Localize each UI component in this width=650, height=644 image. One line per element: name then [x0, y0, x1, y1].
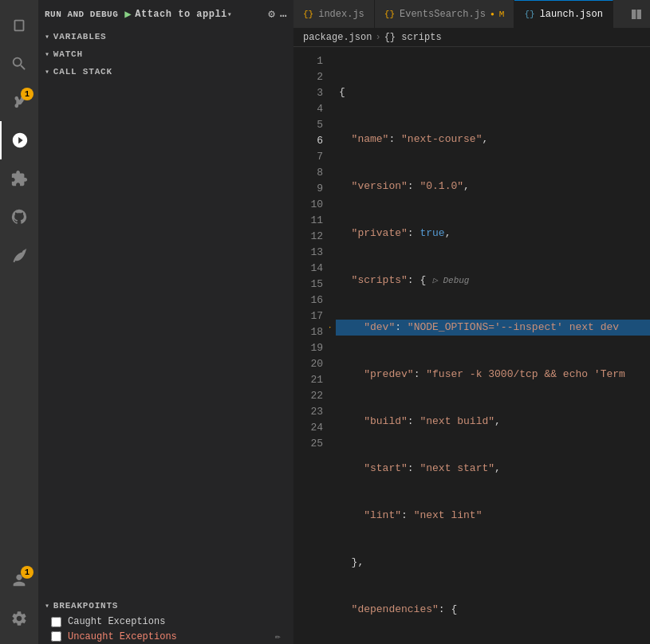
variables-section: ▾ VARIABLES — [38, 28, 293, 45]
variables-label: VARIABLES — [53, 32, 107, 41]
extensions-icon[interactable] — [0, 159, 38, 198]
gear-icon[interactable]: ⚙ — [268, 7, 275, 21]
run-debug-icon[interactable] — [0, 121, 38, 159]
line-num-23: 23 — [293, 404, 323, 420]
watch-header[interactable]: ▾ WATCH — [38, 45, 293, 63]
code-line-10: "lint": "next lint" — [336, 508, 650, 524]
debug-arrow-icon: ▶ — [329, 320, 331, 336]
run-debug-topbar: RUN AND DEBUG ▶ Attach to appli ▾ ⚙ … — [38, 0, 293, 28]
tab-index-js-label: index.js — [318, 9, 364, 20]
settings-icon[interactable] — [0, 599, 38, 638]
code-line-8: "build": "next build", — [336, 414, 650, 430]
code-line-7: "predev": "fuser -k 3000/tcp && echo 'Te… — [336, 367, 650, 383]
line-num-21: 21 — [293, 372, 323, 388]
tab-index-js[interactable]: {} index.js — [293, 0, 375, 28]
account-icon[interactable]: 1 — [0, 561, 38, 599]
split-editor-icon[interactable] — [622, 0, 650, 28]
editor-area: {} index.js {} EventsSearch.js ● M {} la… — [293, 0, 650, 644]
code-line-1: { — [336, 84, 650, 100]
line-num-14: 14 — [293, 261, 323, 277]
account-badge: 1 — [21, 566, 33, 579]
call-stack-chevron: ▾ — [45, 67, 50, 77]
code-line-4: "private": true, — [336, 226, 650, 242]
line-num-3: 3 — [293, 85, 323, 101]
code-line-6: ▶ "dev": "NODE_OPTIONS='--inspect' next … — [336, 320, 650, 336]
uncaught-exceptions-label: Uncaught Exceptions — [68, 631, 177, 642]
line-num-15: 15 — [293, 277, 323, 293]
sidebar-spacer — [38, 80, 293, 597]
call-stack-label: CALL STACK — [53, 67, 112, 77]
sidebar: RUN AND DEBUG ▶ Attach to appli ▾ ⚙ … ▾ … — [38, 0, 293, 644]
github-icon[interactable] — [0, 198, 38, 236]
source-control-badge: 1 — [21, 88, 33, 100]
activity-bar: 1 1 — [0, 0, 38, 644]
breakpoint-edit-icon[interactable]: ✏ — [275, 630, 281, 642]
line-num-24: 24 — [293, 420, 323, 436]
line-num-8: 8 — [293, 165, 323, 181]
variables-chevron: ▾ — [45, 32, 50, 41]
line-num-7: 7 — [293, 149, 323, 165]
line-num-13: 13 — [293, 245, 323, 261]
line-num-20: 20 — [293, 356, 323, 372]
code-content[interactable]: { "name": "next-course", "version": "0.1… — [329, 47, 650, 644]
line-num-22: 22 — [293, 388, 323, 404]
breadcrumb-sep1: › — [375, 32, 380, 43]
inline-debug: ▷ Debug — [432, 274, 469, 288]
play-button[interactable]: ▶ — [124, 7, 132, 21]
breadcrumb: package.json › {} scripts — [293, 28, 650, 47]
line-num-19: 19 — [293, 340, 323, 356]
code-editor: 1 2 3 4 5 6 7 8 9 10 11 12 13 14 15 16 1… — [293, 47, 650, 644]
tab-launch-json[interactable]: {} launch.json — [514, 0, 613, 28]
modified-label: M — [499, 10, 505, 19]
line-num-18: 18 — [293, 324, 323, 340]
line-num-2: 2 — [293, 69, 323, 85]
code-line-12: "dependencies": { — [336, 602, 650, 618]
source-control-icon[interactable]: 1 — [0, 83, 38, 121]
topbar-icons: ⚙ … — [268, 7, 287, 21]
search-icon[interactable] — [0, 45, 38, 83]
watch-label: WATCH — [53, 49, 83, 59]
line-num-11: 11 — [293, 213, 323, 229]
tab-events-search-js[interactable]: {} EventsSearch.js ● M — [375, 0, 515, 28]
line-num-4: 4 — [293, 101, 323, 117]
line-num-12: 12 — [293, 229, 323, 245]
call-stack-section: ▾ CALL STACK — [38, 63, 293, 80]
line-num-6: 6 — [293, 133, 323, 149]
caught-exceptions-checkbox[interactable] — [51, 617, 61, 627]
index-js-icon: {} — [303, 10, 313, 19]
tab-events-search-label: EventsSearch.js — [400, 9, 486, 20]
activity-bottom: 1 — [0, 561, 38, 644]
line-num-9: 9 — [293, 181, 323, 197]
line-numbers: 1 2 3 4 5 6 7 8 9 10 11 12 13 14 15 16 1… — [293, 47, 329, 644]
events-search-icon: {} — [384, 10, 395, 19]
watch-section: ▾ WATCH — [38, 45, 293, 63]
code-line-9: "start": "next start", — [336, 461, 650, 477]
variables-header[interactable]: ▾ VARIABLES — [38, 28, 293, 45]
uncaught-exceptions-checkbox[interactable] — [51, 631, 61, 642]
breakpoints-section: ▾ BREAKPOINTS Caught Exceptions Uncaught… — [38, 597, 293, 644]
code-line-2: "name": "next-course", — [336, 132, 650, 147]
line-num-1: 1 — [293, 53, 323, 69]
breakpoint-caught: Caught Exceptions — [38, 615, 293, 629]
attach-caret[interactable]: ▾ — [227, 10, 233, 19]
code-line-11: }, — [336, 555, 650, 571]
line-num-16: 16 — [293, 293, 323, 308]
breakpoints-header[interactable]: ▾ BREAKPOINTS — [38, 597, 293, 615]
tabs-bar: {} index.js {} EventsSearch.js ● M {} la… — [293, 0, 650, 28]
files-icon[interactable] — [0, 6, 38, 45]
more-icon[interactable]: … — [280, 7, 287, 21]
tab-launch-json-label: launch.json — [540, 9, 603, 20]
breakpoint-uncaught: Uncaught Exceptions ✏ — [38, 629, 293, 644]
caught-exceptions-label: Caught Exceptions — [68, 616, 165, 627]
code-line-3: "version": "0.1.0", — [336, 179, 650, 194]
line-num-5: 5 — [293, 117, 323, 133]
breakpoints-label: BREAKPOINTS — [53, 601, 118, 611]
breadcrumb-file: package.json — [303, 32, 372, 43]
code-line-5: "scripts": { ▷ Debug — [336, 273, 650, 289]
leaf-icon[interactable] — [0, 236, 38, 274]
attach-label[interactable]: Attach to appli — [135, 9, 227, 20]
line-num-10: 10 — [293, 197, 323, 213]
call-stack-header[interactable]: ▾ CALL STACK — [38, 63, 293, 80]
breadcrumb-section: {} scripts — [384, 32, 442, 43]
launch-json-icon: {} — [524, 10, 534, 19]
